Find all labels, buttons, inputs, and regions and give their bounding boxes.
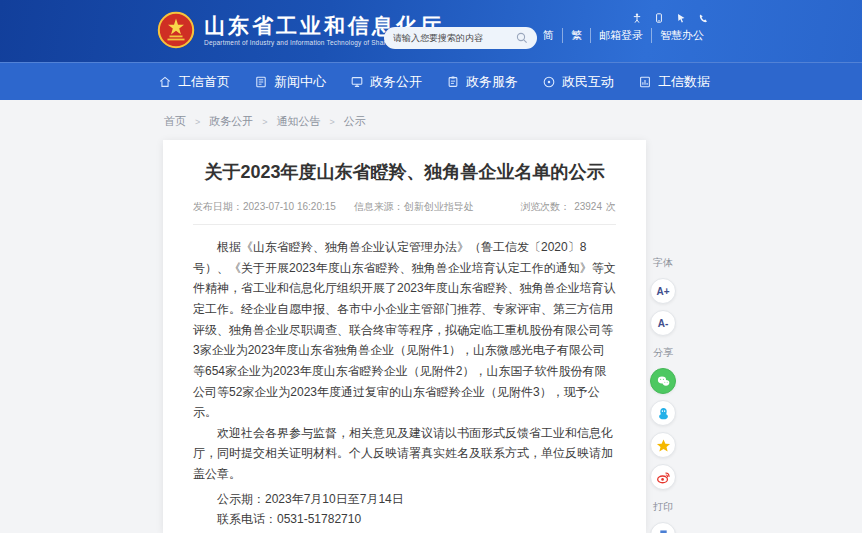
site-search <box>384 27 537 49</box>
nav-item-services[interactable]: 政务服务 <box>446 73 518 91</box>
news-icon <box>254 75 268 89</box>
link-simplified[interactable]: 简 <box>535 28 562 43</box>
share-weibo-button[interactable] <box>650 464 676 490</box>
publish-date: 发布日期：2023-07-10 16:20:15 <box>193 200 336 214</box>
share-label: 分享 <box>653 346 673 360</box>
font-increase-button[interactable]: A+ <box>650 278 676 304</box>
breadcrumb-home[interactable]: 首页 <box>164 114 186 129</box>
link-traditional[interactable]: 繁 <box>562 28 590 43</box>
breadcrumb-separator: > <box>262 117 267 127</box>
print-label: 打印 <box>653 500 673 514</box>
main-navbar: 工信首页 新闻中心 政务公开 政务服务 政民互动 工信数据 <box>0 62 862 100</box>
paragraph: 欢迎社会各界参与监督，相关意见及建议请以书面形式反馈省工业和信息化厅，同时提交相… <box>193 423 616 485</box>
mobile-icon[interactable] <box>654 13 664 23</box>
clipboard-icon <box>446 75 460 89</box>
utility-icons <box>535 13 712 23</box>
nav-label: 政务公开 <box>370 73 422 91</box>
wechat-icon <box>656 374 671 389</box>
nav-label: 政民互动 <box>562 73 614 91</box>
font-size-label: 字体 <box>653 256 673 270</box>
search-input[interactable] <box>393 33 516 43</box>
page: 山东省工业和信息化厅 Department of Industry and In… <box>0 0 862 533</box>
breadcrumb: 首页 > 政务公开 > 通知公告 > 公示 <box>164 114 366 129</box>
breadcrumb-separator: > <box>330 117 335 127</box>
publicity-period: 公示期：2023年7月10日至7月14日 <box>193 489 616 510</box>
print-button[interactable] <box>650 522 676 533</box>
star-icon <box>656 438 671 453</box>
article-card: 关于2023年度山东省瞪羚、独角兽企业名单的公示 发布日期：2023-07-10… <box>163 140 646 533</box>
nav-label: 工信首页 <box>178 73 230 91</box>
nav-item-interaction[interactable]: 政民互动 <box>542 73 614 91</box>
breadcrumb-disclosure[interactable]: 政务公开 <box>209 114 253 129</box>
link-mail-login[interactable]: 邮箱登录 <box>590 28 651 43</box>
mouse-icon[interactable] <box>676 13 686 23</box>
national-emblem-icon <box>157 11 195 49</box>
breadcrumb-current: 公示 <box>344 114 366 129</box>
nav-label: 新闻中心 <box>274 73 326 91</box>
share-qq-button[interactable] <box>650 400 676 426</box>
qq-icon <box>656 406 671 421</box>
nav-item-news[interactable]: 新闻中心 <box>254 73 326 91</box>
side-toolbar: 字体 A+ A- 分享 打印 <box>646 249 680 533</box>
interaction-icon <box>542 75 556 89</box>
phone-icon[interactable] <box>698 13 708 23</box>
chart-icon <box>638 75 652 89</box>
quick-links: 简 繁 邮箱登录 智慧办公 <box>535 28 712 43</box>
weibo-icon <box>656 470 671 485</box>
nav-item-disclosure[interactable]: 政务公开 <box>350 73 422 91</box>
monitor-icon <box>350 75 364 89</box>
info-source: 信息来源：创新创业指导处 <box>354 200 474 214</box>
article-body: 根据《山东省瞪羚、独角兽企业认定管理办法》（鲁工信发〔2020〕8号）、《关于开… <box>193 237 616 533</box>
notice-info: 公示期：2023年7月10日至7月14日 联系电话：0531-51782710 … <box>193 489 616 533</box>
accessibility-icon[interactable] <box>632 13 642 23</box>
search-icon[interactable] <box>516 32 528 44</box>
article-title: 关于2023年度山东省瞪羚、独角兽企业名单的公示 <box>193 160 616 185</box>
nav-label: 工信数据 <box>658 73 710 91</box>
breadcrumb-separator: > <box>195 117 200 127</box>
nav-item-data[interactable]: 工信数据 <box>638 73 710 91</box>
share-qzone-button[interactable] <box>650 432 676 458</box>
nav-label: 政务服务 <box>466 73 518 91</box>
paragraph: 根据《山东省瞪羚、独角兽企业认定管理办法》（鲁工信发〔2020〕8号）、《关于开… <box>193 237 616 423</box>
header-utilities: 简 繁 邮箱登录 智慧办公 <box>535 13 712 43</box>
link-smart-office[interactable]: 智慧办公 <box>651 28 712 43</box>
site-banner: 山东省工业和信息化厅 Department of Industry and In… <box>0 0 862 62</box>
view-count: 浏览次数：23924次 <box>516 200 616 214</box>
printer-icon <box>656 528 671 533</box>
nav-item-home[interactable]: 工信首页 <box>158 73 230 91</box>
breadcrumb-notices[interactable]: 通知公告 <box>277 114 321 129</box>
home-icon <box>158 75 172 89</box>
contact-phone: 联系电话：0531-51782710 <box>193 509 616 530</box>
share-wechat-button[interactable] <box>650 368 676 394</box>
font-decrease-button[interactable]: A- <box>650 310 676 336</box>
article-meta: 发布日期：2023-07-10 16:20:15 信息来源：创新创业指导处 浏览… <box>193 200 616 225</box>
